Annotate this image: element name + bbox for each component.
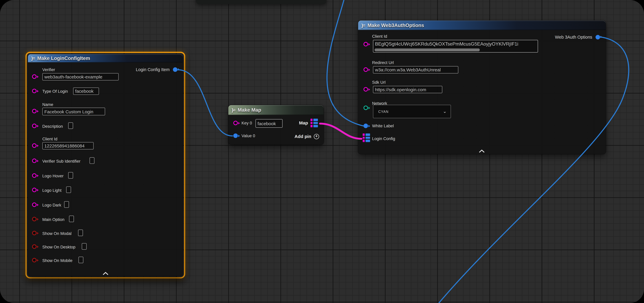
logo-dark-pin[interactable] — [32, 202, 39, 207]
add-pin-button[interactable]: Add pin + — [294, 132, 319, 140]
pin-label: Main Option — [42, 217, 64, 222]
logo-light-field[interactable] — [66, 186, 71, 193]
field-scrollbar[interactable] — [374, 48, 480, 51]
make-map-icon: }≡ — [232, 108, 235, 112]
node-header[interactable]: }= Make LoginConfigItem — [28, 54, 183, 62]
show-on-mobile-pin[interactable] — [32, 258, 39, 262]
pin-label: Client Id — [372, 34, 387, 39]
pin-label: Description — [42, 124, 63, 129]
client-id-field[interactable]: 1222658941886084 — [42, 142, 94, 150]
map-output-label: Map — [299, 120, 308, 125]
pin-label: White Label — [372, 123, 394, 129]
name-pin[interactable] — [32, 109, 39, 113]
sdk-url-field[interactable]: https://sdk.openlogin.com — [373, 86, 442, 93]
client-id-field[interactable]: BEglQSgt4cUWcj6SKRdu5QkOXTsePmMcusG5EAoy… — [373, 40, 538, 52]
pin-label: Show On Desktop — [42, 244, 75, 250]
pin-label: Logo Hover — [42, 173, 64, 179]
output-pin-label: Login Config Item — [136, 67, 170, 72]
pin-label: Login Config — [372, 136, 395, 141]
main-option-pin[interactable] — [32, 217, 39, 222]
chevron-down-icon: ⌄ — [443, 109, 447, 114]
type-of-login-pin[interactable] — [32, 89, 39, 93]
output-row: Web 3Auth Options — [555, 33, 602, 41]
show-on-desktop-pin[interactable] — [32, 244, 39, 249]
pin-label: Name — [42, 102, 53, 107]
pin-label: Show On Mobile — [42, 258, 72, 263]
verifier-field[interactable]: web3auth-facebook-example — [42, 73, 118, 80]
pin-label: Logo Light — [42, 188, 62, 193]
wire-login-config-item-to-value0[interactable] — [178, 70, 232, 136]
map-output-pin[interactable] — [310, 119, 318, 127]
key-0-pin[interactable] — [233, 121, 240, 125]
node-header[interactable]: }= Make Web3AuthOptions — [358, 20, 606, 30]
value-0-pin[interactable] — [233, 134, 240, 138]
verifier-sub-identifier-pin[interactable] — [32, 158, 39, 163]
pin-label: Type Of Login — [42, 89, 68, 94]
node-title: Make Map — [238, 107, 261, 113]
description-field[interactable] — [68, 122, 73, 129]
output-pin-label: Web 3Auth Options — [555, 34, 592, 40]
pin-label: Value 0 — [242, 133, 255, 138]
pin-label: Show On Modal — [42, 231, 72, 236]
logo-hover-pin[interactable] — [32, 173, 39, 178]
node-header[interactable]: }≡ Make Map — [228, 105, 324, 115]
offscreen-node[interactable] — [196, 0, 326, 4]
client-id-value: BEglQSgt4cUWcj6SKRdu5QkOXTsePmMcusG5EAoy… — [375, 42, 518, 46]
key-0-field[interactable]: facebook — [256, 119, 282, 128]
redirect-url-field[interactable]: w3a://com.w3a.Web3AuthUnreal — [373, 66, 458, 74]
pin-label: Verifier — [42, 67, 55, 72]
make-struct-icon: }= — [31, 56, 35, 61]
redirect-url-pin[interactable] — [364, 67, 370, 72]
sdk-url-pin[interactable] — [364, 87, 370, 92]
network-pin[interactable] — [364, 106, 370, 110]
login-config-pin[interactable] — [362, 134, 370, 142]
chevron-up-icon — [103, 272, 108, 275]
logo-light-pin[interactable] — [32, 188, 39, 192]
verifier-sub-identifier-field[interactable] — [90, 157, 94, 164]
show-on-modal-pin[interactable] — [32, 231, 39, 235]
blueprint-graph-canvas[interactable]: }= Make LoginConfigItem Login Config Ite… — [0, 0, 644, 303]
client-id-pin[interactable] — [32, 144, 39, 148]
web3auth-options-output-pin[interactable] — [596, 35, 602, 39]
output-row: Login Config Item — [136, 65, 179, 74]
pin-label: Sdk Url — [372, 80, 386, 85]
show-on-desktop-checkbox[interactable] — [82, 243, 87, 250]
collapse-node-button[interactable] — [479, 147, 485, 150]
add-pin-label: Add pin — [294, 134, 311, 139]
node-make-loginconfigitem[interactable]: }= Make LoginConfigItem Login Config Ite… — [28, 54, 183, 276]
logo-hover-field[interactable] — [68, 172, 73, 179]
node-make-web3authoptions[interactable]: }= Make Web3AuthOptions Web 3Auth Option… — [358, 20, 606, 154]
pin-label: Redirect Url — [372, 60, 394, 66]
description-pin[interactable] — [32, 124, 39, 128]
type-of-login-field[interactable]: facebook — [73, 88, 99, 95]
pin-label: Verifier Sub Identifier — [42, 158, 80, 164]
make-struct-icon: }= — [362, 23, 365, 28]
logo-dark-field[interactable] — [64, 201, 69, 208]
network-dropdown[interactable]: CYAN ⌄ — [373, 105, 451, 118]
network-selected-value: CYAN — [378, 110, 388, 114]
client-id-pin[interactable] — [364, 42, 370, 46]
white-label-pin[interactable] — [364, 124, 370, 128]
node-title: Make LoginConfigItem — [37, 56, 90, 61]
wire-map-to-login-config[interactable] — [320, 124, 362, 139]
show-on-modal-checkbox[interactable] — [78, 230, 83, 236]
show-on-mobile-checkbox[interactable] — [78, 257, 84, 263]
pin-label: Key 0 — [242, 120, 252, 126]
pin-label: Client Id — [42, 136, 57, 142]
name-field[interactable]: Facebook Custom Login — [42, 108, 105, 116]
collapse-node-button[interactable] — [103, 269, 108, 273]
main-option-checkbox[interactable] — [69, 216, 74, 222]
add-pin-plus-icon: + — [314, 134, 319, 139]
node-title: Make Web3AuthOptions — [368, 22, 424, 28]
verifier-pin[interactable] — [32, 74, 39, 79]
chevron-up-icon — [479, 150, 484, 152]
login-config-item-output-pin[interactable] — [173, 67, 180, 72]
node-make-map[interactable]: }≡ Make Map Key 0 facebook Map Value 0 A… — [228, 105, 324, 144]
pin-label: Logo Dark — [42, 202, 61, 208]
